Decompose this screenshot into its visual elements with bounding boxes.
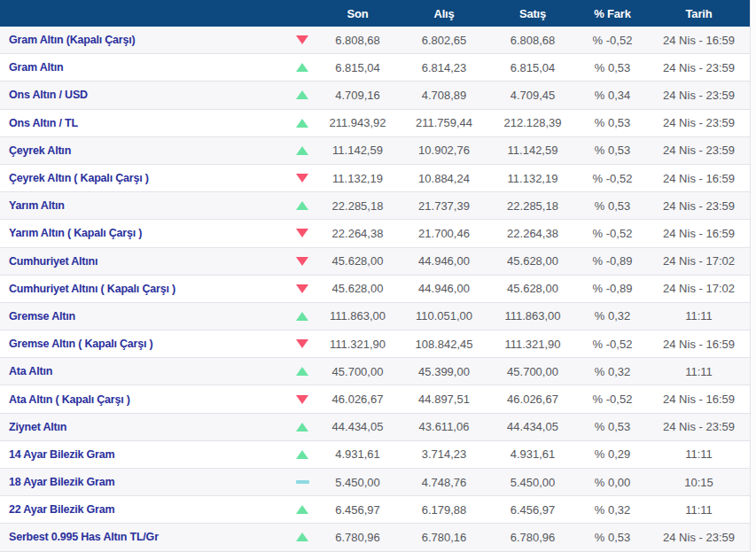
sell-price: 11.132,19 [488, 165, 577, 191]
last-price: 6.815,04 [316, 54, 400, 81]
sell-price: 6.456,97 [488, 496, 577, 523]
down-arrow-icon [296, 284, 308, 293]
direction-cell [289, 110, 316, 136]
instrument-name-link[interactable]: Serbest 0.995 Has Altın TL/Gr [0, 524, 289, 550]
timestamp: 24 Nis - 16:59 [648, 220, 750, 246]
up-arrow-icon [296, 201, 308, 210]
timestamp: 24 Nis - 16:59 [648, 385, 750, 412]
direction-cell [289, 385, 316, 412]
table-row[interactable]: Gram Altın6.815,046.814,236.815,04% 0,53… [0, 54, 750, 82]
last-price: 22.264,38 [316, 220, 400, 246]
buy-price: 211.759,44 [400, 110, 488, 136]
buy-price: 3.714,23 [400, 441, 488, 468]
table-row[interactable]: Çeyrek Altın ( Kapalı Çarşı )11.132,1910… [0, 165, 750, 192]
table-row[interactable]: Gram Altın (Kapalı Çarşı)6.808,686.802,6… [0, 27, 750, 54]
table-row[interactable]: Cumhuriyet Altını45.628,0044.946,0045.62… [0, 248, 750, 276]
table-row[interactable]: 22 Ayar Bilezik Gram6.456,976.179,886.45… [0, 496, 750, 524]
timestamp: 10:15 [648, 469, 750, 495]
table-row[interactable]: Çeyrek Altın11.142,5910.902,7611.142,59%… [0, 137, 750, 165]
sell-price: 45.628,00 [488, 248, 577, 275]
up-arrow-icon [296, 312, 308, 321]
timestamp: 11:11 [648, 358, 750, 385]
sell-price: 6.815,04 [488, 54, 577, 81]
buy-price: 43.611,06 [400, 414, 488, 440]
timestamp: 24 Nis - 23:59 [648, 110, 750, 136]
last-price: 211.943,92 [316, 110, 400, 136]
last-price: 22.285,18 [316, 192, 400, 219]
buy-price: 4.708,89 [400, 82, 488, 108]
direction-cell [289, 192, 316, 219]
sell-price: 45.628,00 [488, 276, 577, 302]
table-row[interactable]: 14 Ayar Bilezik Gram4.931,613.714,234.93… [0, 441, 750, 469]
instrument-name-link[interactable]: Yarım Altın [0, 192, 289, 219]
last-price: 46.026,67 [316, 385, 400, 412]
table-row[interactable]: Ziynet Altın44.434,0543.611,0644.434,05%… [0, 414, 750, 441]
down-arrow-icon [296, 174, 308, 183]
instrument-name-link[interactable]: Ata Altın [0, 358, 289, 385]
percent-change: % 0,53 [577, 137, 648, 164]
table-row[interactable]: Yarım Altın22.285,1821.737,3922.285,18% … [0, 192, 750, 220]
direction-cell [289, 82, 316, 108]
instrument-name-link[interactable]: Cumhuriyet Altını ( Kapalı Çarşı ) [0, 276, 289, 302]
percent-change: % -0,52 [577, 27, 648, 53]
table-row[interactable]: Ata Altın ( Kapalı Çarşı )46.026,6744.89… [0, 385, 750, 413]
table-body: Gram Altın (Kapalı Çarşı)6.808,686.802,6… [0, 27, 750, 552]
timestamp: 24 Nis - 16:59 [648, 27, 750, 53]
instrument-name-link[interactable]: Çeyrek Altın [0, 137, 289, 164]
last-price: 6.456,97 [316, 496, 400, 523]
buy-price: 44.946,00 [400, 276, 488, 302]
table-row[interactable]: Ons Altın / USD4.709,164.708,894.709,45%… [0, 82, 750, 109]
percent-change: % 0,53 [577, 192, 648, 219]
table-row[interactable]: Yarım Altın ( Kapalı Çarşı )22.264,3821.… [0, 220, 750, 247]
percent-change: % 0,32 [577, 358, 648, 385]
instrument-name-link[interactable]: Gremse Altın ( Kapalı Çarşı ) [0, 330, 289, 357]
buy-price: 10.884,24 [400, 165, 488, 191]
instrument-name-link[interactable]: Ziynet Altın [0, 414, 289, 440]
down-arrow-icon [296, 339, 308, 348]
instrument-name-link[interactable]: Gremse Altın [0, 303, 289, 330]
instrument-name-link[interactable]: 14 Ayar Bilezik Gram [0, 441, 289, 468]
percent-change: % 0,53 [577, 414, 648, 440]
instrument-name-link[interactable]: Gram Altın (Kapalı Çarşı) [0, 27, 289, 53]
timestamp: 24 Nis - 23:59 [648, 524, 750, 550]
table-row[interactable]: 18 Ayar Bilezik Gram5.450,004.748,765.45… [0, 469, 750, 496]
flat-dash-icon [296, 480, 309, 484]
column-header-satis: Satış [488, 0, 577, 27]
instrument-name-link[interactable]: 18 Ayar Bilezik Gram [0, 469, 289, 495]
last-price: 45.628,00 [316, 276, 400, 302]
percent-change: % -0,89 [577, 248, 648, 275]
sell-price: 44.434,05 [488, 414, 577, 440]
instrument-name-link[interactable]: Gram Altın [0, 54, 289, 81]
down-arrow-icon [296, 395, 308, 404]
last-price: 6.780,96 [316, 524, 400, 550]
table-row[interactable]: Serbest 0.995 Has Altın TL/Gr6.780,966.7… [0, 524, 750, 551]
timestamp: 24 Nis - 23:59 [648, 192, 750, 219]
direction-cell [289, 137, 316, 164]
instrument-name-link[interactable]: Ata Altın ( Kapalı Çarşı ) [0, 385, 289, 412]
instrument-name-link[interactable]: Cumhuriyet Altını [0, 248, 289, 275]
up-arrow-icon [296, 90, 308, 99]
instrument-name-link[interactable]: Ons Altın / USD [0, 82, 289, 108]
instrument-name-link[interactable]: Çeyrek Altın ( Kapalı Çarşı ) [0, 165, 289, 191]
buy-price: 44.897,51 [400, 385, 488, 412]
direction-cell [289, 469, 316, 495]
timestamp: 24 Nis - 23:59 [648, 82, 750, 108]
instrument-name-link[interactable]: Ons Altın / TL [0, 110, 289, 136]
instrument-name-link[interactable]: Yarım Altın ( Kapalı Çarşı ) [0, 220, 289, 246]
table-row[interactable]: Ons Altın / TL211.943,92211.759,44212.12… [0, 110, 750, 137]
sell-price: 45.700,00 [488, 358, 577, 385]
last-price: 4.709,16 [316, 82, 400, 108]
down-arrow-icon [296, 257, 308, 266]
direction-cell [289, 441, 316, 468]
table-row[interactable]: Cumhuriyet Altını ( Kapalı Çarşı )45.628… [0, 276, 750, 303]
table-row[interactable]: Gremse Altın111.863,00110.051,00111.863,… [0, 303, 750, 330]
instrument-name-link[interactable]: 22 Ayar Bilezik Gram [0, 496, 289, 523]
table-row[interactable]: Gremse Altın ( Kapalı Çarşı )111.321,901… [0, 330, 750, 358]
table-header: Son Alış Satış % Fark Tarih [0, 0, 750, 27]
table-row[interactable]: Ata Altın45.700,0045.399,0045.700,00% 0,… [0, 358, 750, 385]
sell-price: 22.285,18 [488, 192, 577, 219]
direction-cell [289, 524, 316, 550]
timestamp: 24 Nis - 16:59 [648, 165, 750, 191]
last-price: 4.931,61 [316, 441, 400, 468]
buy-price: 110.051,00 [400, 303, 488, 330]
